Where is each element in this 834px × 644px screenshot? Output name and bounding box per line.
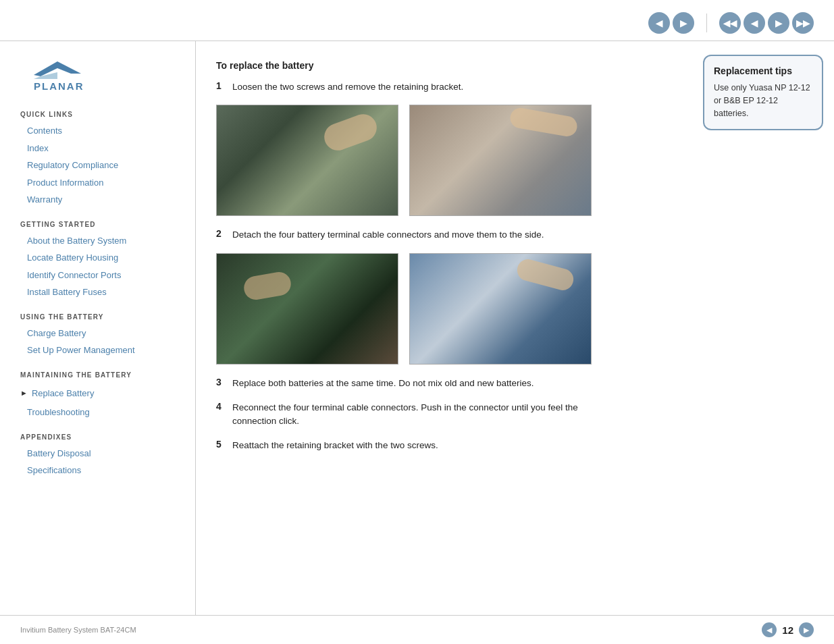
step-2-number: 2 bbox=[216, 228, 227, 239]
photo-1 bbox=[216, 105, 398, 216]
tip-text: Use only Yuasa NP 12-12 or B&B EP 12-12 … bbox=[714, 82, 812, 119]
using-battery-title: USING THE BATTERY bbox=[20, 313, 182, 321]
prev-next-group: ◀ ▶ bbox=[648, 12, 694, 34]
sidebar-item-power-management[interactable]: Set Up Power Management bbox=[20, 342, 182, 359]
sidebar-item-product-info[interactable]: Product Information bbox=[20, 174, 182, 192]
appendixes-title: APPENDIXES bbox=[20, 433, 182, 441]
top-bar: ◀ ▶ ◀◀ ◀ ▶ ▶▶ bbox=[0, 0, 834, 41]
photo-3 bbox=[216, 253, 398, 365]
page-next-button[interactable]: ▶ bbox=[799, 622, 814, 637]
content-title: To replace the battery bbox=[216, 60, 615, 71]
page-prev-button[interactable]: ◀ bbox=[762, 622, 777, 637]
step-2: 2 Detach the four battery terminal cable… bbox=[216, 228, 615, 242]
step-4-text: Reconnect the four terminal cable connec… bbox=[232, 401, 615, 429]
photo-4 bbox=[409, 253, 592, 365]
footer-doc-title: Invitium Battery System BAT-24CM bbox=[20, 626, 136, 634]
sidebar-item-install-fuses[interactable]: Install Battery Fuses bbox=[20, 284, 182, 301]
last-button[interactable]: ▶▶ bbox=[792, 12, 814, 34]
right-panel: Replacement tips Use only Yuasa NP 12-12… bbox=[692, 41, 834, 615]
sidebar-item-charge-battery[interactable]: Charge Battery bbox=[20, 325, 182, 342]
step-4-number: 4 bbox=[216, 401, 227, 412]
maintaining-battery-title: MAINTAINING THE BATTERY bbox=[20, 371, 182, 379]
svg-marker-1 bbox=[57, 61, 81, 74]
next-button[interactable]: ▶ bbox=[673, 12, 694, 34]
logo-area: PLANAR bbox=[20, 55, 182, 95]
content-area: To replace the battery 1 Loosen the two … bbox=[196, 41, 692, 615]
step-4: 4 Reconnect the four terminal cable conn… bbox=[216, 401, 615, 429]
sidebar-item-replace-battery-row[interactable]: ► Replace Battery bbox=[20, 383, 182, 404]
nav-separator bbox=[706, 14, 707, 32]
step-3-text: Replace both batteries at the same time.… bbox=[232, 377, 534, 390]
tip-title: Replacement tips bbox=[714, 65, 812, 76]
planar-logo: PLANAR bbox=[20, 55, 108, 92]
tip-box: Replacement tips Use only Yuasa NP 12-12… bbox=[703, 55, 823, 130]
photo-2 bbox=[409, 105, 592, 216]
step-5-number: 5 bbox=[216, 439, 227, 450]
prev-button[interactable]: ◀ bbox=[648, 12, 670, 34]
sidebar-item-locate-housing[interactable]: Locate Battery Housing bbox=[20, 249, 182, 267]
sidebar-item-replace-battery[interactable]: Replace Battery bbox=[30, 385, 95, 402]
step-1: 1 Loosen the two screws and remove the r… bbox=[216, 80, 615, 94]
sidebar-item-regulatory[interactable]: Regulatory Compliance bbox=[20, 157, 182, 174]
first-button[interactable]: ◀◀ bbox=[719, 12, 741, 34]
step-3-number: 3 bbox=[216, 377, 227, 387]
image-row-2 bbox=[216, 253, 615, 365]
sidebar-item-index[interactable]: Index bbox=[20, 140, 182, 157]
svg-text:PLANAR: PLANAR bbox=[34, 80, 84, 92]
page-number: 12 bbox=[782, 624, 793, 636]
active-arrow-icon: ► bbox=[20, 389, 28, 397]
back-button[interactable]: ◀ bbox=[744, 12, 765, 34]
nav-controls: ◀ ▶ ◀◀ ◀ ▶ ▶▶ bbox=[648, 12, 814, 34]
sidebar-item-identify-ports[interactable]: Identify Connector Ports bbox=[20, 267, 182, 284]
step-2-text: Detach the four battery terminal cable c… bbox=[232, 228, 544, 242]
main-layout: PLANAR QUICK LINKS Contents Index Regula… bbox=[0, 41, 834, 615]
getting-started-title: GETTING STARTED bbox=[20, 221, 182, 228]
first-last-group: ◀◀ ◀ ▶ ▶▶ bbox=[719, 12, 814, 34]
step-1-text: Loosen the two screws and remove the ret… bbox=[232, 80, 463, 94]
sidebar-item-about-battery[interactable]: About the Battery System bbox=[20, 232, 182, 250]
sidebar-item-warranty[interactable]: Warranty bbox=[20, 191, 182, 209]
page-nav: ◀ 12 ▶ bbox=[762, 622, 814, 637]
sidebar-item-battery-disposal[interactable]: Battery Disposal bbox=[20, 445, 182, 462]
footer-bar: Invitium Battery System BAT-24CM ◀ 12 ▶ bbox=[0, 615, 834, 644]
image-row-1 bbox=[216, 105, 615, 216]
step-1-number: 1 bbox=[216, 80, 227, 91]
content-inner: To replace the battery 1 Loosen the two … bbox=[216, 60, 615, 453]
forward-button[interactable]: ▶ bbox=[768, 12, 789, 34]
sidebar-item-troubleshooting[interactable]: Troubleshooting bbox=[20, 404, 182, 421]
sidebar: PLANAR QUICK LINKS Contents Index Regula… bbox=[0, 41, 196, 615]
sidebar-item-specifications[interactable]: Specifications bbox=[20, 462, 182, 479]
step-3: 3 Replace both batteries at the same tim… bbox=[216, 377, 615, 390]
step-5: 5 Reattach the retaining bracket with th… bbox=[216, 439, 615, 452]
quick-links-title: QUICK LINKS bbox=[20, 111, 182, 118]
step-5-text: Reattach the retaining bracket with the … bbox=[232, 439, 438, 452]
sidebar-item-contents[interactable]: Contents bbox=[20, 122, 182, 140]
